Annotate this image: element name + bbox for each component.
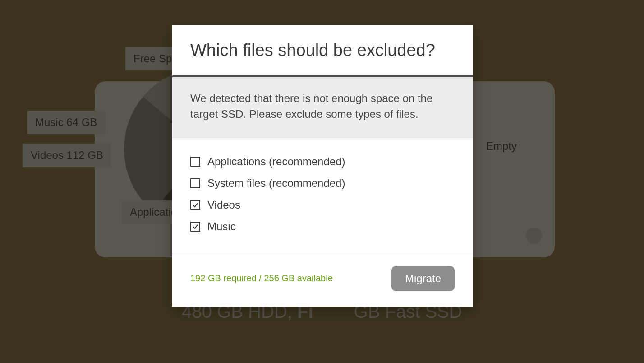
chip-videos: Videos 112 GB [23,144,111,167]
modal-alert: We detected that there is not enough spa… [172,77,473,138]
option-applications[interactable]: Applications (recommended) [190,151,455,172]
option-videos[interactable]: Videos [190,194,455,216]
space-status-text: 192 GB required / 256 GB available [190,273,333,284]
checkbox-icon [190,157,200,167]
modal-header: Which files should be excluded? [172,25,473,77]
option-label: Music [207,220,236,233]
checkbox-icon [190,200,200,210]
migrate-button[interactable]: Migrate [391,266,455,291]
checkbox-icon [190,222,200,232]
option-music[interactable]: Music [190,216,455,237]
modal-title: Which files should be excluded? [190,41,455,60]
option-label: System files (recommended) [207,177,345,190]
chip-empty: Empty [478,135,525,158]
checkbox-icon [190,178,200,188]
option-system-files[interactable]: System files (recommended) [190,172,455,194]
chip-music: Music 64 GB [27,111,105,134]
option-label: Applications (recommended) [207,155,345,168]
exclude-options-list: Applications (recommended) System files … [172,138,473,254]
exclude-files-modal: Which files should be excluded? We detec… [172,25,473,307]
modal-footer: 192 GB required / 256 GB available Migra… [172,254,473,307]
disk-hub-icon [526,228,542,244]
option-label: Videos [207,199,240,211]
